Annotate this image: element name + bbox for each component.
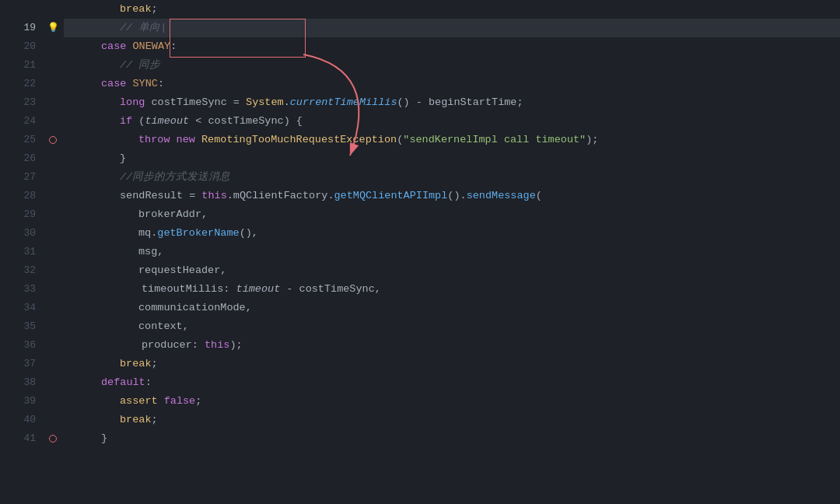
code-line-24: if (timeout < costTimeSync) { [64,112,840,131]
code-line-31: msg, [64,243,840,261]
code-line-27: //同步的方式发送消息 [64,168,840,187]
icon-19[interactable]: 💡 [47,19,59,37]
line-num-41: 41 [17,429,36,448]
line-num-28: 28 [17,187,36,205]
code-line-34: communicationMode, [64,299,840,317]
line-num-37: 37 [17,355,36,373]
code-line-37: break; [64,355,840,373]
line-num-35: 35 [17,317,36,336]
code-area: 19 20 21 22 23 24 25 26 27 28 29 30 31 3… [0,0,840,504]
code-line-33: timeoutMillis: timeout - costTimeSync, [64,280,840,299]
icon-25[interactable] [49,131,57,149]
line-num-24: 24 [17,112,36,131]
bulb-icon: 💡 [47,19,59,37]
code-line-41: } [64,429,840,448]
code-line-40: break; [64,411,840,429]
code-line-30: mq.getBrokerName(), [64,224,840,243]
code-line-22: case SYNC: [64,75,840,93]
debug-breakpoint-icon-2 [49,435,57,443]
code-line-32: requestHeader, [64,261,840,280]
line-num-34: 34 [17,299,36,317]
code-line-26: } [64,149,840,168]
code-line-35: context, [64,317,840,336]
line-num-33: 33 [17,280,36,299]
line-num-31: 31 [17,243,36,261]
gutter-icons: 💡 [45,0,61,504]
code-line-25: throw new RemotingTooMuchRequestExceptio… [64,131,840,149]
line-num-23: 23 [17,93,36,112]
code-line-20: case ONEWAY: [64,37,840,56]
code-line-23: long costTimeSync = System.currentTimeMi… [64,93,840,112]
code-line-38: default: [64,373,840,392]
code-line-28: sendResult = this.mQClientFactory.getMQC… [64,187,840,205]
code-editor: 19 20 21 22 23 24 25 26 27 28 29 30 31 3… [0,0,840,504]
code-line-29: brokerAddr, [64,205,840,224]
line-num-29: 29 [17,205,36,224]
line-num-19: 19 [17,19,36,37]
icon-41[interactable] [49,429,57,448]
debug-breakpoint-icon [49,136,57,144]
line-num-20: 20 [17,37,36,56]
line-num-32: 32 [17,261,36,280]
code-content: break; // 单向| case ONEWAY: // 同步 case SY… [61,0,840,504]
line-num-21: 21 [17,56,36,75]
line-numbers: 19 20 21 22 23 24 25 26 27 28 29 30 31 3… [0,0,45,504]
line-num-36: 36 [17,336,36,355]
line-num-22: 22 [17,75,36,93]
code-line-21: // 同步 [64,56,840,75]
line-num-27: 27 [17,168,36,187]
code-line-39: assert false; [64,392,840,411]
code-line-break-top: break; [64,0,840,19]
line-num-25: 25 [17,131,36,149]
line-num-38: 38 [17,373,36,392]
line-num-40: 40 [17,411,36,429]
line-num-blank [17,0,36,19]
code-line-19: // 单向| [64,19,840,37]
line-num-26: 26 [17,149,36,168]
line-num-30: 30 [17,224,36,243]
code-line-36: producer: this); [64,336,840,355]
line-num-39: 39 [17,392,36,411]
